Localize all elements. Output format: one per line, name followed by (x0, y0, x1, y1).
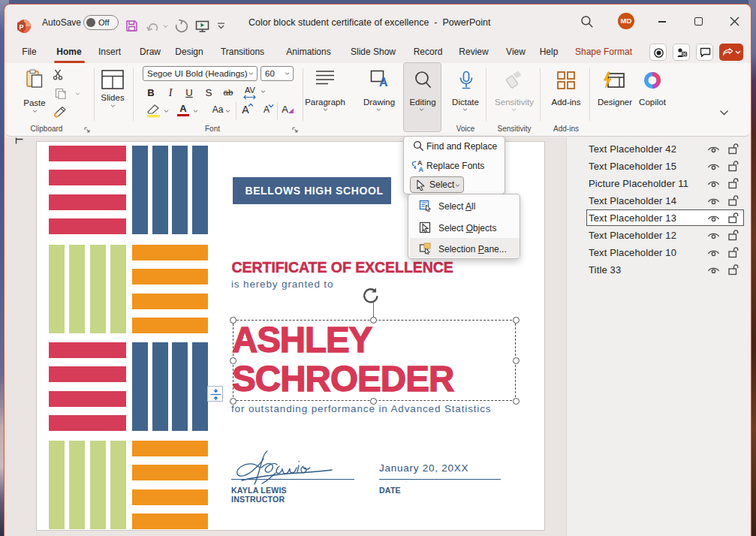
svg-text:P: P (19, 23, 23, 31)
svg-text:A: A (419, 166, 424, 173)
svg-text:A: A (379, 76, 388, 88)
